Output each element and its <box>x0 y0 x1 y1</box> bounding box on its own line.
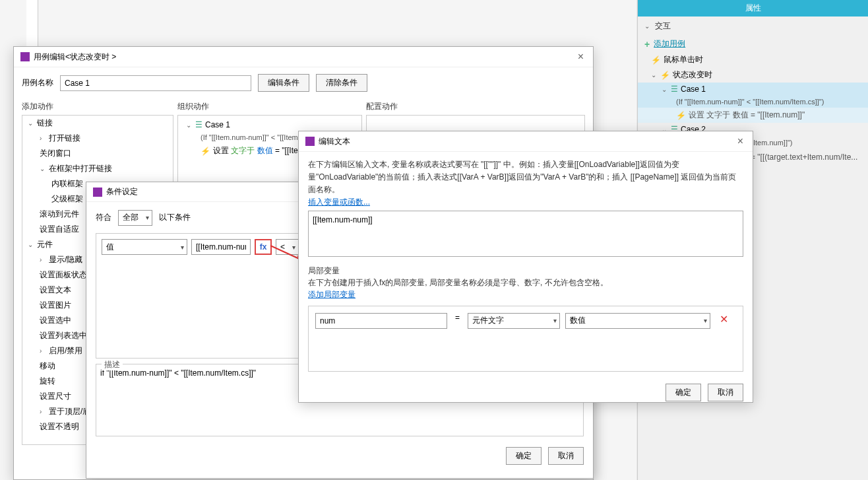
fx-button[interactable]: fx <box>255 239 272 255</box>
tree-scroll-to[interactable]: 滚动到元件 <box>40 209 79 220</box>
case-1-action[interactable]: ⚡ 设置 文字于 数值 = "[[Item.num]]" <box>638 108 868 123</box>
dialog-title: 编辑文本 <box>319 136 350 147</box>
app-icon <box>305 137 315 146</box>
tree-set-panel[interactable]: 设置面板状态 <box>40 269 87 281</box>
match-label: 符合 <box>96 212 111 223</box>
tree-set-text[interactable]: 设置文本 <box>40 285 71 296</box>
edit-text-titlebar[interactable]: 编辑文本 × <box>299 131 753 152</box>
tree-set-selected[interactable]: 设置选中 <box>40 315 71 326</box>
case-name-input[interactable] <box>60 75 251 91</box>
tree-open-link[interactable]: 打开链接 <box>49 133 80 144</box>
action-label: 设置 文字于 数值 = "[[Item.num]]" <box>689 110 805 121</box>
local-var-help: 在下方创建用于插入fx的局部变量, 局部变量名称必须是字母、数字, 不允许包含空… <box>308 277 743 289</box>
app-icon <box>20 52 30 61</box>
tree-widgets[interactable]: 元件 <box>37 239 53 250</box>
left-value-input[interactable] <box>191 239 251 255</box>
tree-rotate[interactable]: 旋转 <box>40 376 55 387</box>
ok-button[interactable]: 确定 <box>666 384 701 401</box>
tree-set-opacity[interactable]: 设置不透明 <box>40 421 79 432</box>
org-action-header: 组织动作 <box>177 98 362 115</box>
dialog-title: 条件设定 <box>106 186 138 197</box>
event-label: 状态改变时 <box>673 69 712 81</box>
match-select[interactable]: 全部 <box>118 210 152 226</box>
edit-text-dialog: 编辑文本 × 在下方编辑区输入文本, 变量名称或表达式要写在 "[[""]]" … <box>298 131 753 403</box>
case-name-label: 用例名称 <box>22 77 53 88</box>
insert-variable-link[interactable]: 插入变量或函数... <box>308 197 370 207</box>
local-var-type-select[interactable]: 元件文字 <box>468 313 560 329</box>
case-label: Case 1 <box>681 85 706 94</box>
tree-links[interactable]: 链接 <box>37 118 53 129</box>
tree-set-size[interactable]: 设置尺寸 <box>40 391 71 402</box>
interactions-section-header[interactable]: ⌄ 交互 <box>638 17 868 36</box>
chevron-down-icon: ⌄ <box>644 22 651 30</box>
tree-close-window[interactable]: 关闭窗口 <box>40 148 71 159</box>
event-state-change[interactable]: ⌄ ⚡ 状态改变时 <box>638 67 868 83</box>
tree-move[interactable]: 移动 <box>40 360 55 372</box>
tree-inline-frame[interactable]: 内联框架 <box>51 178 83 189</box>
cancel-button[interactable]: 取消 <box>708 384 743 401</box>
org-action-text: 设置 文字于 数值 = "[[Item... <box>213 145 311 156</box>
local-var-title: 局部变量 <box>308 265 743 277</box>
app-icon <box>93 188 102 197</box>
dialog-title: 用例编辑<状态改变时 > <box>34 51 116 63</box>
close-icon[interactable]: × <box>575 51 586 63</box>
add-case-link[interactable]: + 添加用例 <box>638 36 868 52</box>
clear-condition-button[interactable]: 清除条件 <box>316 74 367 92</box>
bolt-icon: ⚡ <box>651 55 661 65</box>
expression-textarea[interactable]: [[Item.num-num]] <box>308 211 743 257</box>
delete-var-icon[interactable]: ✕ <box>716 313 732 326</box>
equals-label: = <box>452 313 462 322</box>
add-local-var-link[interactable]: 添加局部变量 <box>308 290 356 299</box>
case-1-condition[interactable]: (If "[[Item.num-num]]" < "[[Item.num/Ite… <box>638 96 868 108</box>
add-action-header: 添加动作 <box>22 98 173 115</box>
chevron-icon: ⌄ <box>651 71 658 79</box>
operator-select[interactable]: < <box>276 239 299 255</box>
case-1-node[interactable]: ⌄ ☰ Case 1 <box>638 83 868 96</box>
edit-condition-button[interactable]: 编辑条件 <box>258 74 309 92</box>
event-label: 鼠标单击时 <box>664 54 703 65</box>
add-case-label: 添加用例 <box>654 38 685 50</box>
local-var-row: = 元件文字 数值 ✕ <box>308 306 743 372</box>
section-label: 交互 <box>655 20 671 32</box>
cfg-action-header: 配置动作 <box>366 98 585 115</box>
tree-set-list[interactable]: 设置列表选中 <box>40 330 87 341</box>
ok-button[interactable]: 确定 <box>506 447 542 465</box>
bolt-icon: ⚡ <box>660 71 670 80</box>
cancel-button[interactable]: 取消 <box>548 447 584 465</box>
panel-tab-properties[interactable]: 属性 <box>638 0 868 17</box>
tree-enable[interactable]: 启用/禁用 <box>49 345 82 357</box>
tree-set-image[interactable]: 设置图片 <box>40 300 71 311</box>
tree-open-in-frame[interactable]: 在框架中打开链接 <box>49 163 112 174</box>
following-label: 以下条件 <box>159 212 191 223</box>
close-icon[interactable]: × <box>735 135 746 147</box>
chevron-icon: ⌄ <box>662 86 668 93</box>
case-editor-titlebar[interactable]: 用例编辑<状态改变时 > × <box>14 47 593 67</box>
tree-show-hide[interactable]: 显示/隐藏 <box>49 254 82 265</box>
bolt-icon: ⚡ <box>676 111 686 120</box>
help-text: 在下方编辑区输入文本, 变量名称或表达式要写在 "[[""]]" 中。例如：插入… <box>308 158 743 197</box>
description-label: 描述 <box>102 359 123 370</box>
org-case-label: Case 1 <box>205 120 230 129</box>
local-var-target-select[interactable]: 数值 <box>565 313 710 329</box>
tree-adaptive[interactable]: 设置自适应 <box>40 224 79 235</box>
event-mouse-click[interactable]: ⚡ 鼠标单击时 <box>638 52 868 67</box>
local-var-name-input[interactable] <box>315 313 447 329</box>
case-icon: ☰ <box>671 85 678 94</box>
tree-parent-frame[interactable]: 父级框架 <box>51 193 83 205</box>
left-type-select[interactable]: 值 <box>102 239 187 255</box>
plus-icon: + <box>644 39 650 50</box>
